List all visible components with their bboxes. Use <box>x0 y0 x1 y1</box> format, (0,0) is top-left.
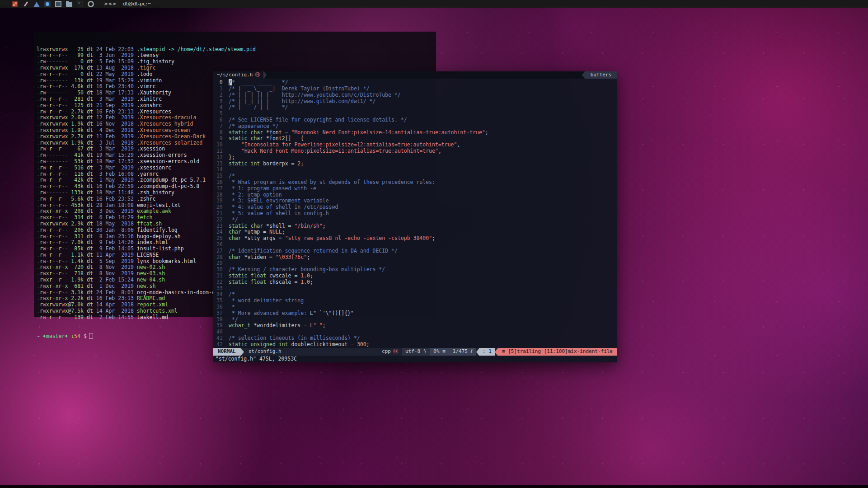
code-line: 5 <box>213 111 617 117</box>
code-line: 24 char *utmp = NULL; <box>213 229 617 235</box>
code-line: 11 "Hack Nerd Font Mono:pixelsize=11:ant… <box>213 148 617 155</box>
flask-icon[interactable] <box>33 2 40 7</box>
monitor-icon[interactable] <box>55 1 61 7</box>
folder-icon[interactable] <box>66 2 72 7</box>
code-line: 8 static char *font = "Mononoki Nerd Fon… <box>213 130 617 136</box>
statusline-filetype: cppⒽ <box>378 348 402 356</box>
file-name: .zcompdump-dt-pc-5.8 <box>137 183 199 189</box>
code-line: 12 }; <box>213 155 617 161</box>
code-line: 37 * More advanced example: L" `'\"()[]{… <box>213 310 617 317</box>
statusline-percent: 0% ≡ <box>430 348 449 356</box>
line-number: 29 <box>213 260 229 267</box>
file-name: ffcat.sh <box>137 221 162 227</box>
code-line: 14 <box>213 167 617 173</box>
code-line: 25 char *stty_args = "stty raw pass8 nl … <box>213 235 617 242</box>
file-name: .viminfo <box>137 77 162 84</box>
menu-icon: ≡ <box>442 348 446 355</box>
code-line: 10 "Inconsolata for Powerline:pixelsize=… <box>213 142 617 148</box>
line-number: 20 <box>213 204 229 211</box>
file-name: .teensy <box>137 52 159 58</box>
line-number: 5 <box>213 111 229 117</box>
filetype-icon: Ⓗ <box>393 348 398 355</box>
line-number: 34 <box>213 291 229 298</box>
file-name: fetch <box>137 214 153 221</box>
line-number: 23 <box>213 223 229 230</box>
code-line: 28 char *vtiden = "\033[?6c"; <box>213 254 617 261</box>
code-line: 2 /* | | | || | http://www.youtube.com/c… <box>213 92 617 99</box>
file-name: README.md <box>137 295 165 301</box>
code-line: 34 /* <box>213 291 617 298</box>
dashboard-icon[interactable] <box>12 1 18 7</box>
panel-icon-tray <box>12 1 99 7</box>
code-line: 29 <box>213 260 617 267</box>
file-name: .steampid <box>137 46 165 52</box>
line-icon: ℓ <box>471 348 473 355</box>
file-name: .zshrc <box>137 196 156 202</box>
buffers-label[interactable]: buffers <box>585 71 617 79</box>
encoding-icon: ϟ <box>423 348 427 355</box>
camera-icon[interactable] <box>44 1 51 7</box>
prompt-git-branch: ♦master♦ <box>43 333 71 339</box>
code-line: 9 static char *font2[] = { <box>213 136 617 142</box>
file-row: .rw------- 0 dt 5 Feb 15:09 .tig_history <box>37 59 433 65</box>
file-name: .xonshrc <box>137 102 162 108</box>
code-line: 39 wchar_t *worddelimiters = L" "; <box>213 323 617 329</box>
line-number: 21 <box>213 211 229 217</box>
file-name: shortcuts.xml <box>137 308 178 314</box>
line-number: 28 <box>213 254 229 261</box>
statusline-column: : 1 <box>479 348 495 356</box>
file-name: report.xml <box>137 301 168 308</box>
terminal-cursor <box>89 333 93 339</box>
focused-window-title: dt@dt-pc:~ <box>123 1 152 7</box>
line-number: 18 <box>213 192 229 198</box>
file-name: .Xauthority <box>137 89 171 96</box>
code-line: 42 static unsigned int doubleclicktimeou… <box>213 342 617 348</box>
prompt-symbol: $ <box>84 333 87 339</box>
line-number: 6 <box>213 117 229 123</box>
layout-indicator[interactable]: ><> <box>104 1 117 7</box>
file-row: .rwxrwxrwx 17k dt 13 Aug 2018 .tigrc <box>37 65 433 71</box>
statusline-warnings: ≡ [5]trailing [11:100]mix-indent-file <box>498 348 617 356</box>
line-number: 12 <box>213 155 229 161</box>
file-name: .zsh_history <box>137 189 174 196</box>
line-number: 22 <box>213 217 229 223</box>
vim-window[interactable]: ~/s/config.hⒽ buffers 0 /* ____ _____ */… <box>213 71 617 362</box>
file-name: .tig_history <box>137 58 174 65</box>
file-name: org-mode-basics-in-doom-e <box>137 289 215 296</box>
code-line: 40 <box>213 329 617 335</box>
vim-tabline: ~/s/config.hⒽ buffers <box>213 71 617 79</box>
vim-command-line: "st/config.h" 475L, 20953C <box>213 356 617 362</box>
symlink-target: -> /home/dt/.steam/steam.pid <box>168 46 256 52</box>
bottom-edge <box>0 485 868 488</box>
line-number: 39 <box>213 323 229 329</box>
file-name: emoji-test.txt <box>137 202 181 208</box>
terminal-icon[interactable] <box>77 1 83 7</box>
code-line: 26 <box>213 242 617 248</box>
warning-icon: ≡ <box>502 348 505 355</box>
file-name: .Xresources-ocean <box>137 127 190 133</box>
file-row: lrwxrwxrwx 25 dt 24 Feb 22:03 .steampid … <box>37 47 433 53</box>
code-line: 30 /* Kerning / character bounding-box m… <box>213 267 617 273</box>
code-line: 18 * 2: utmp option <box>213 192 617 198</box>
line-number: 19 <box>213 198 229 204</box>
vim-cursor: / <box>229 79 232 85</box>
code-line: 0 /* ____ _____ */ <box>213 80 617 86</box>
tab-active[interactable]: ~/s/config.hⒽ <box>213 71 263 79</box>
file-name: lynx_bookmarks.html <box>137 258 197 264</box>
line-number: 4 <box>213 104 229 111</box>
pencil-icon[interactable] <box>23 1 29 7</box>
powerline-separator-icon <box>476 348 479 356</box>
code-line: 35 * word delimiter string <box>213 298 617 304</box>
line-number: 2 <box>213 92 229 99</box>
code-area[interactable]: 0 /* ____ _____ */ 1 /* | _ \_ _| Derek … <box>213 79 617 347</box>
code-line: 1 /* | _ \_ _| Derek Taylor (DistroTube)… <box>213 86 617 92</box>
desktop: ><> dt@dt-pc:~ lrwxrwxrwx 25 dt 24 Feb 2… <box>0 0 868 488</box>
file-name: .yarnrc <box>137 171 159 177</box>
disc-icon[interactable] <box>88 1 94 7</box>
powerline-separator-icon <box>240 348 244 356</box>
filetype-icon: Ⓗ <box>255 72 260 78</box>
file-name: .Xresources-dracula <box>137 114 197 121</box>
file-name: .Xresources-Ocean-Dark <box>137 133 206 140</box>
code-line: 7 /* appearance */ <box>213 123 617 130</box>
file-name: .todo <box>137 71 153 77</box>
